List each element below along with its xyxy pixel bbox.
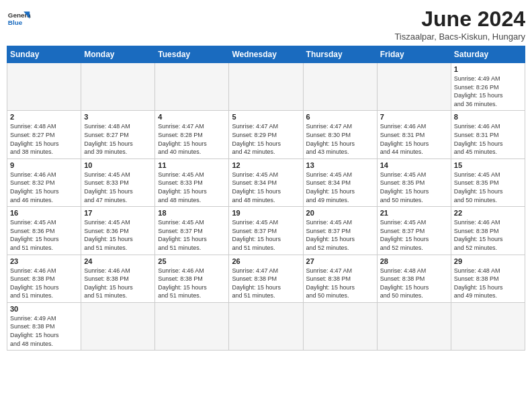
day-number: 23 bbox=[10, 257, 78, 265]
day-cell bbox=[377, 302, 451, 350]
day-number: 20 bbox=[306, 209, 374, 217]
calendar-subtitle: Tiszaalpar, Bacs-Kiskun, Hungary bbox=[394, 32, 525, 42]
day-cell: 9Sunrise: 4:46 AM Sunset: 8:32 PM Daylig… bbox=[7, 158, 81, 206]
day-cell: 2Sunrise: 4:48 AM Sunset: 8:27 PM Daylig… bbox=[7, 111, 81, 158]
week-row-4: 16Sunrise: 4:45 AM Sunset: 8:36 PM Dayli… bbox=[7, 207, 525, 255]
day-number: 26 bbox=[232, 257, 300, 265]
day-cell: 11Sunrise: 4:45 AM Sunset: 8:33 PM Dayli… bbox=[155, 158, 229, 206]
day-cell: 22Sunrise: 4:46 AM Sunset: 8:38 PM Dayli… bbox=[451, 207, 525, 255]
day-number: 28 bbox=[380, 257, 448, 265]
day-info: Sunrise: 4:45 AM Sunset: 8:37 PM Dayligh… bbox=[158, 218, 226, 252]
day-cell: 18Sunrise: 4:45 AM Sunset: 8:37 PM Dayli… bbox=[155, 207, 229, 255]
day-info: Sunrise: 4:45 AM Sunset: 8:36 PM Dayligh… bbox=[10, 218, 78, 252]
day-cell bbox=[229, 63, 303, 111]
svg-text:Blue: Blue bbox=[8, 19, 23, 26]
day-number: 9 bbox=[10, 161, 78, 169]
day-info: Sunrise: 4:46 AM Sunset: 8:38 PM Dayligh… bbox=[158, 267, 226, 300]
calendar-header: General Blue June 2024 Tiszaalpar, Bacs-… bbox=[7, 7, 525, 42]
day-number: 6 bbox=[306, 113, 374, 121]
day-cell: 1Sunrise: 4:49 AM Sunset: 8:26 PM Daylig… bbox=[451, 63, 525, 111]
day-info: Sunrise: 4:47 AM Sunset: 8:28 PM Dayligh… bbox=[158, 122, 226, 156]
day-info: Sunrise: 4:48 AM Sunset: 8:38 PM Dayligh… bbox=[454, 267, 522, 300]
day-info: Sunrise: 4:46 AM Sunset: 8:38 PM Dayligh… bbox=[454, 218, 522, 252]
day-cell bbox=[229, 302, 303, 350]
day-info: Sunrise: 4:49 AM Sunset: 8:26 PM Dayligh… bbox=[454, 75, 522, 108]
day-cell: 25Sunrise: 4:46 AM Sunset: 8:38 PM Dayli… bbox=[155, 255, 229, 302]
day-cell bbox=[303, 63, 377, 111]
weekday-header-tuesday: Tuesday bbox=[155, 46, 229, 63]
day-cell: 15Sunrise: 4:45 AM Sunset: 8:35 PM Dayli… bbox=[451, 158, 525, 206]
day-info: Sunrise: 4:48 AM Sunset: 8:27 PM Dayligh… bbox=[10, 122, 78, 156]
day-info: Sunrise: 4:45 AM Sunset: 8:33 PM Dayligh… bbox=[158, 171, 226, 204]
day-cell bbox=[377, 63, 451, 111]
day-cell: 16Sunrise: 4:45 AM Sunset: 8:36 PM Dayli… bbox=[7, 207, 81, 255]
day-cell: 21Sunrise: 4:45 AM Sunset: 8:37 PM Dayli… bbox=[377, 207, 451, 255]
day-number: 19 bbox=[232, 209, 300, 217]
day-info: Sunrise: 4:45 AM Sunset: 8:37 PM Dayligh… bbox=[380, 218, 448, 252]
day-cell bbox=[155, 302, 229, 350]
day-cell: 23Sunrise: 4:46 AM Sunset: 8:38 PM Dayli… bbox=[7, 255, 81, 302]
day-cell: 4Sunrise: 4:47 AM Sunset: 8:28 PM Daylig… bbox=[155, 111, 229, 158]
day-cell: 14Sunrise: 4:45 AM Sunset: 8:35 PM Dayli… bbox=[377, 158, 451, 206]
weekday-header-sunday: Sunday bbox=[7, 46, 81, 63]
week-row-1: 1Sunrise: 4:49 AM Sunset: 8:26 PM Daylig… bbox=[7, 63, 525, 111]
day-info: Sunrise: 4:45 AM Sunset: 8:34 PM Dayligh… bbox=[232, 171, 300, 204]
title-area: June 2024 Tiszaalpar, Bacs-Kiskun, Hunga… bbox=[394, 7, 525, 42]
week-row-5: 23Sunrise: 4:46 AM Sunset: 8:38 PM Dayli… bbox=[7, 255, 525, 302]
day-number: 29 bbox=[454, 257, 522, 265]
day-cell: 8Sunrise: 4:46 AM Sunset: 8:31 PM Daylig… bbox=[451, 111, 525, 158]
day-number: 30 bbox=[10, 305, 78, 313]
weekday-header-monday: Monday bbox=[81, 46, 155, 63]
day-cell: 12Sunrise: 4:45 AM Sunset: 8:34 PM Dayli… bbox=[229, 158, 303, 206]
day-number: 18 bbox=[158, 209, 226, 217]
day-cell: 6Sunrise: 4:47 AM Sunset: 8:30 PM Daylig… bbox=[303, 111, 377, 158]
day-cell: 20Sunrise: 4:45 AM Sunset: 8:37 PM Dayli… bbox=[303, 207, 377, 255]
day-number: 13 bbox=[306, 161, 374, 169]
day-number: 2 bbox=[10, 113, 78, 121]
day-number: 3 bbox=[84, 113, 152, 121]
day-number: 14 bbox=[380, 161, 448, 169]
day-cell bbox=[155, 63, 229, 111]
day-number: 25 bbox=[158, 257, 226, 265]
day-info: Sunrise: 4:46 AM Sunset: 8:32 PM Dayligh… bbox=[10, 171, 78, 204]
day-cell: 24Sunrise: 4:46 AM Sunset: 8:38 PM Dayli… bbox=[81, 255, 155, 302]
day-info: Sunrise: 4:45 AM Sunset: 8:35 PM Dayligh… bbox=[454, 171, 522, 204]
week-row-3: 9Sunrise: 4:46 AM Sunset: 8:32 PM Daylig… bbox=[7, 158, 525, 206]
day-cell: 19Sunrise: 4:45 AM Sunset: 8:37 PM Dayli… bbox=[229, 207, 303, 255]
day-number: 11 bbox=[158, 161, 226, 169]
day-info: Sunrise: 4:46 AM Sunset: 8:31 PM Dayligh… bbox=[454, 122, 522, 156]
day-cell: 5Sunrise: 4:47 AM Sunset: 8:29 PM Daylig… bbox=[229, 111, 303, 158]
weekday-header-wednesday: Wednesday bbox=[229, 46, 303, 63]
day-cell: 17Sunrise: 4:45 AM Sunset: 8:36 PM Dayli… bbox=[81, 207, 155, 255]
day-cell bbox=[7, 63, 81, 111]
day-info: Sunrise: 4:46 AM Sunset: 8:38 PM Dayligh… bbox=[84, 267, 152, 300]
calendar-table: SundayMondayTuesdayWednesdayThursdayFrid… bbox=[7, 46, 525, 351]
day-info: Sunrise: 4:48 AM Sunset: 8:27 PM Dayligh… bbox=[84, 122, 152, 156]
day-info: Sunrise: 4:46 AM Sunset: 8:31 PM Dayligh… bbox=[380, 122, 448, 156]
weekday-header-thursday: Thursday bbox=[303, 46, 377, 63]
day-number: 12 bbox=[232, 161, 300, 169]
day-number: 16 bbox=[10, 209, 78, 217]
day-info: Sunrise: 4:45 AM Sunset: 8:37 PM Dayligh… bbox=[232, 218, 300, 252]
day-info: Sunrise: 4:45 AM Sunset: 8:34 PM Dayligh… bbox=[306, 171, 374, 204]
day-cell: 29Sunrise: 4:48 AM Sunset: 8:38 PM Dayli… bbox=[451, 255, 525, 302]
day-number: 21 bbox=[380, 209, 448, 217]
weekday-header-saturday: Saturday bbox=[451, 46, 525, 63]
day-info: Sunrise: 4:47 AM Sunset: 8:38 PM Dayligh… bbox=[232, 267, 300, 300]
day-cell bbox=[451, 302, 525, 350]
day-info: Sunrise: 4:49 AM Sunset: 8:38 PM Dayligh… bbox=[10, 314, 78, 348]
day-cell: 27Sunrise: 4:47 AM Sunset: 8:38 PM Dayli… bbox=[303, 255, 377, 302]
day-cell: 13Sunrise: 4:45 AM Sunset: 8:34 PM Dayli… bbox=[303, 158, 377, 206]
day-info: Sunrise: 4:47 AM Sunset: 8:38 PM Dayligh… bbox=[306, 267, 374, 300]
day-cell: 10Sunrise: 4:45 AM Sunset: 8:33 PM Dayli… bbox=[81, 158, 155, 206]
day-cell: 3Sunrise: 4:48 AM Sunset: 8:27 PM Daylig… bbox=[81, 111, 155, 158]
day-info: Sunrise: 4:45 AM Sunset: 8:35 PM Dayligh… bbox=[380, 171, 448, 204]
day-number: 8 bbox=[454, 113, 522, 121]
calendar-title: June 2024 bbox=[394, 7, 525, 32]
day-info: Sunrise: 4:45 AM Sunset: 8:37 PM Dayligh… bbox=[306, 218, 374, 252]
day-cell bbox=[303, 302, 377, 350]
day-cell: 30Sunrise: 4:49 AM Sunset: 8:38 PM Dayli… bbox=[7, 302, 81, 350]
day-number: 15 bbox=[454, 161, 522, 169]
day-info: Sunrise: 4:48 AM Sunset: 8:38 PM Dayligh… bbox=[380, 267, 448, 300]
weekday-header-row: SundayMondayTuesdayWednesdayThursdayFrid… bbox=[7, 46, 525, 63]
